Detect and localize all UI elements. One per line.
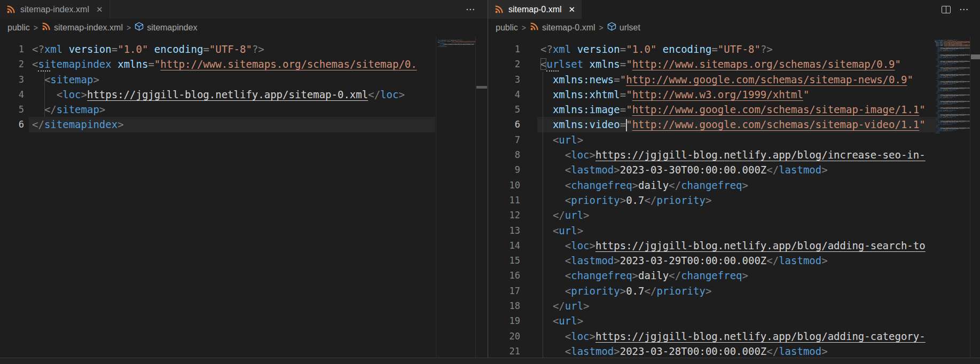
line-number: 6 xyxy=(488,117,520,132)
code-line[interactable]: 20<loc>https://jgjgill-blog.netlify.app/… xyxy=(488,329,980,344)
tab-close-icon[interactable]: ✕ xyxy=(569,5,576,14)
symbol-structure-icon xyxy=(607,22,616,33)
tab-sitemap-0-xml[interactable]: sitemap-0.xml ✕ xyxy=(488,0,582,19)
line-number: 11 xyxy=(488,193,520,208)
line-number: 3 xyxy=(488,72,520,87)
tab-bar-right: sitemap-0.xml ✕ ⋯ xyxy=(488,0,980,19)
breadcrumb-separator-icon: > xyxy=(522,23,526,32)
line-number: 12 xyxy=(488,208,520,223)
line-number: 1 xyxy=(488,42,520,57)
line-number: 18 xyxy=(488,298,520,313)
breadcrumb-label: sitemapindex xyxy=(147,23,197,33)
tab-label: sitemap-0.xml xyxy=(508,5,562,14)
tab-close-icon[interactable]: ✕ xyxy=(96,5,103,14)
more-actions-icon[interactable]: ⋯ xyxy=(466,0,476,19)
more-actions-icon[interactable]: ⋯ xyxy=(959,0,969,19)
scrollbar-decoration xyxy=(476,86,487,89)
breadcrumb-separator-icon: > xyxy=(599,23,603,32)
code-line[interactable]: 19<url> xyxy=(488,313,980,328)
scrollbar-right[interactable] xyxy=(970,36,980,364)
code-line[interactable]: 3xmlns:news="http://www.google.com/schem… xyxy=(488,72,980,87)
scrollbar-left[interactable] xyxy=(475,36,488,364)
line-number: 9 xyxy=(488,162,520,177)
breadcrumb-item-sitemapindex[interactable]: sitemapindex xyxy=(135,22,197,33)
breadcrumb-item-urlset[interactable]: urlset xyxy=(607,22,640,33)
code-line[interactable]: 1<?xml version="1.0" encoding="UTF-8"?> xyxy=(0,42,488,57)
line-number: 8 xyxy=(488,147,520,162)
code-line[interactable]: 13<url> xyxy=(488,223,980,238)
minimap-left[interactable]: <?xml version="1.0" encoding="UTF-8"?><s… xyxy=(436,36,475,364)
breadcrumb-separator-icon: > xyxy=(34,23,38,32)
code-line[interactable]: 14<loc>https://jgjgill-blog.netlify.app/… xyxy=(488,238,980,253)
line-number: 7 xyxy=(488,132,520,147)
code-line[interactable]: 7<url> xyxy=(488,132,980,147)
minimap-right[interactable]: <?xml version="1.0" encoding="UTF-8"?><u… xyxy=(934,36,970,364)
code-line[interactable]: 4<loc>https://jgjgill-blog.netlify.app/s… xyxy=(0,87,488,102)
breadcrumb-item-public[interactable]: public xyxy=(496,23,518,33)
line-number: 2 xyxy=(0,57,24,72)
code-line[interactable]: 17<priority>0.7</priority> xyxy=(488,283,980,298)
text-cursor xyxy=(626,119,627,131)
code-line[interactable]: 5xmlns:image="http://www.google.com/sche… xyxy=(488,102,980,117)
code-line[interactable]: 5</sitemap> xyxy=(0,102,488,117)
line-number: 14 xyxy=(488,238,520,253)
breadcrumb-left: public>sitemap-index.xml>sitemapindex xyxy=(0,19,488,36)
tab-bar-left: sitemap-index.xml ✕ ⋯ xyxy=(0,0,488,19)
code-line[interactable]: 3<sitemap> xyxy=(0,72,488,87)
indent-guide xyxy=(44,72,45,117)
rss-file-icon xyxy=(495,5,504,14)
code-line[interactable]: 9<lastmod>2023-03-30T00:00:00.000Z</last… xyxy=(488,162,980,177)
line-number: 5 xyxy=(488,102,520,117)
split-editor-icon[interactable] xyxy=(942,6,951,13)
code-line[interactable]: 2<sitemapindex xmlns="http://www.sitemap… xyxy=(0,57,488,72)
code-line[interactable]: 10<changefreq>daily</changefreq> xyxy=(488,178,980,193)
line-number: 5 xyxy=(0,102,24,117)
symbol-structure-icon xyxy=(135,22,144,33)
code-line[interactable]: 2<urlset xmlns="http://www.sitemaps.org/… xyxy=(488,57,980,72)
line-number: 2 xyxy=(488,57,520,72)
line-number: 1 xyxy=(0,42,24,57)
breadcrumb-label: public xyxy=(7,23,30,33)
indent-guide xyxy=(543,72,543,359)
breadcrumb-item-sitemap-0-xml[interactable]: sitemap-0.xml xyxy=(530,22,595,33)
code-line[interactable]: 18</url> xyxy=(488,298,980,313)
line-number: 13 xyxy=(488,223,520,238)
breadcrumb-right: public>sitemap-0.xml>urlset xyxy=(488,19,980,36)
code-editor-right[interactable]: 1<?xml version="1.0" encoding="UTF-8"?>2… xyxy=(488,36,980,364)
code-lines-right: 1<?xml version="1.0" encoding="UTF-8"?>2… xyxy=(488,42,980,359)
rss-file-icon xyxy=(42,22,51,33)
line-number: 10 xyxy=(488,178,520,193)
code-line[interactable]: 1<?xml version="1.0" encoding="UTF-8"?> xyxy=(488,42,980,57)
editor-group-right: sitemap-0.xml ✕ ⋯ public>sitemap-0.xml>u… xyxy=(488,0,980,364)
line-number: 3 xyxy=(0,72,24,87)
line-number: 4 xyxy=(0,87,24,102)
rss-file-icon xyxy=(6,5,15,14)
code-line[interactable]: 15<lastmod>2023-03-29T00:00:00.000Z</las… xyxy=(488,253,980,268)
line-number: 21 xyxy=(488,344,520,359)
breadcrumb-label: urlset xyxy=(620,23,640,33)
editor-group-left: sitemap-index.xml ✕ ⋯ public>sitemap-ind… xyxy=(0,0,488,364)
code-line[interactable]: 6xmlns:video="http://www.google.com/sche… xyxy=(488,117,980,132)
code-line[interactable]: 11<priority>0.7</priority> xyxy=(488,193,980,208)
scrollbar-thumb[interactable] xyxy=(971,54,980,59)
code-line[interactable]: 12</url> xyxy=(488,208,980,223)
breadcrumb-separator-icon: > xyxy=(127,23,131,32)
tab-label: sitemap-index.xml xyxy=(20,5,89,14)
line-number: 17 xyxy=(488,283,520,298)
code-line[interactable]: 6</sitemapindex> xyxy=(0,117,488,132)
vscode-editor-window: sitemap-index.xml ✕ ⋯ public>sitemap-ind… xyxy=(0,0,980,364)
tab-sitemap-index-xml[interactable]: sitemap-index.xml ✕ xyxy=(0,0,110,19)
code-editor-left[interactable]: 1<?xml version="1.0" encoding="UTF-8"?>2… xyxy=(0,36,488,364)
code-lines-left: 1<?xml version="1.0" encoding="UTF-8"?>2… xyxy=(0,42,488,132)
rss-file-icon xyxy=(530,22,539,33)
code-line[interactable]: 8<loc>https://jgjgill-blog.netlify.app/b… xyxy=(488,147,980,162)
line-number: 19 xyxy=(488,313,520,328)
breadcrumb-item-sitemap-index-xml[interactable]: sitemap-index.xml xyxy=(42,22,123,33)
line-number: 20 xyxy=(488,329,520,344)
code-line[interactable]: 4xmlns:xhtml="http://www.w3.org/1999/xht… xyxy=(488,87,980,102)
code-line[interactable]: 16<changefreq>daily</changefreq> xyxy=(488,268,980,283)
breadcrumb-item-public[interactable]: public xyxy=(7,23,30,33)
code-line[interactable]: 21<lastmod>2023-03-28T00:00:00.000Z</las… xyxy=(488,344,980,359)
breadcrumb-label: public xyxy=(496,23,518,33)
line-number: 15 xyxy=(488,253,520,268)
